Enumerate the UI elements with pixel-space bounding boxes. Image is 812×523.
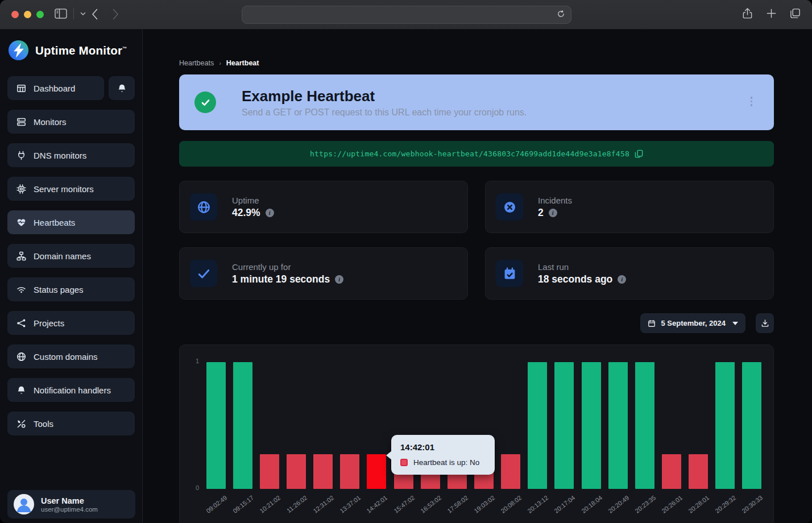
address-bar[interactable] <box>242 6 571 24</box>
heartbeat-banner: Example Heartbeat Send a GET or POST req… <box>179 74 774 130</box>
tooltip-swatch-icon <box>400 459 408 466</box>
sidebar-toggle-button[interactable] <box>55 8 86 19</box>
banner-menu-button[interactable] <box>751 97 753 106</box>
sidebar-item-domain-names[interactable]: Domain names <box>7 244 135 268</box>
sidebar-item-dns-monitors[interactable]: DNS monitors <box>7 143 135 167</box>
tooltip-time: 14:42:01 <box>400 442 486 452</box>
sidebar-item-label: Dashboard <box>34 84 75 93</box>
app-title: Uptime Monitor™ <box>35 44 127 57</box>
wifi-icon <box>16 285 26 294</box>
date-picker-button[interactable]: 5 September, 2024 <box>640 313 745 333</box>
chart-bar-13-37-01[interactable] <box>340 454 359 489</box>
notifications-bell-button[interactable] <box>109 76 135 100</box>
avatar <box>14 494 34 514</box>
page-title: Example Heartbeat <box>242 88 527 105</box>
sglobe-icon <box>190 193 217 221</box>
chart-bar-09-15-17[interactable] <box>233 362 252 489</box>
user-name: User Name <box>41 496 98 505</box>
sidebar-item-tools[interactable]: Tools <box>7 412 135 435</box>
chart-bar-20-28-01[interactable] <box>689 454 708 489</box>
sidebar-item-projects[interactable]: Projects <box>7 311 135 335</box>
chevron-down-icon <box>732 322 738 325</box>
grid-icon <box>16 84 26 93</box>
sidebar-item-heartbeats[interactable]: Heartbeats <box>7 210 135 234</box>
tab-overview-button[interactable] <box>789 7 801 22</box>
logo-icon <box>8 40 29 61</box>
chart-bar-20-18-04[interactable] <box>582 362 601 489</box>
sidebar-item-label: Tools <box>34 419 53 429</box>
sidebar-item-monitors[interactable]: Monitors <box>7 110 135 134</box>
info-icon[interactable]: i <box>335 275 343 284</box>
sidebar-item-server-monitors[interactable]: Server monitors <box>7 177 135 201</box>
chart-bar-20-29-32[interactable] <box>715 362 735 489</box>
globe-icon <box>16 352 26 362</box>
stat-value: 18 seconds ago <box>538 273 612 285</box>
stat-cards: Uptime42.9%iIncidents2iCurrently up for1… <box>179 181 774 300</box>
chip-icon <box>16 184 26 194</box>
reload-button[interactable] <box>557 10 565 20</box>
zoom-window-button[interactable] <box>36 11 44 18</box>
info-icon[interactable]: i <box>266 209 274 217</box>
close-window-button[interactable] <box>11 11 19 18</box>
sidebar-item-status-pages[interactable]: Status pages <box>7 277 135 301</box>
info-icon[interactable]: i <box>549 209 557 217</box>
sitemap-icon <box>16 251 26 261</box>
sidebar-item-label: Heartbeats <box>34 218 75 227</box>
breadcrumb-heartbeats-link[interactable]: Heartbeats <box>179 59 214 67</box>
breadcrumb-current: Heartbeat <box>226 59 259 67</box>
chart-bar-20-23-35[interactable] <box>635 362 654 489</box>
minimize-window-button[interactable] <box>24 11 31 18</box>
y-axis-tick-1: 1 <box>191 358 199 364</box>
chart-bar-10-21-02[interactable] <box>260 454 279 489</box>
chart-bar-09-02-49[interactable] <box>206 362 226 489</box>
sidebar-item-custom-domains[interactable]: Custom domains <box>7 344 135 368</box>
share-button[interactable] <box>741 7 753 22</box>
chart-bar-20-17-04[interactable] <box>554 362 574 489</box>
tooltip-label: Heartbeat is up: No <box>413 458 479 467</box>
stat-card-last-run: Last run18 seconds agoi <box>485 247 774 300</box>
sidebar-item-label: Monitors <box>34 117 67 127</box>
chart-bar-14-42-01[interactable] <box>367 454 386 489</box>
sidebar-item-label: Custom domains <box>34 352 98 362</box>
server-icon <box>16 117 26 127</box>
chart-bar-20-08-02[interactable] <box>501 454 520 489</box>
chart-bar-12-31-02[interactable] <box>313 454 333 489</box>
sidebar-item-label: DNS monitors <box>34 151 86 160</box>
stat-value: 42.9% <box>232 207 260 219</box>
chevron-down-icon <box>80 12 86 16</box>
sidebar-item-notification-handlers[interactable]: Notification handlers <box>7 378 135 402</box>
copy-url-button[interactable] <box>635 150 643 158</box>
tools-icon <box>16 419 26 429</box>
download-icon <box>761 319 769 327</box>
webhook-url-bar: https://uptime4.com/webhook-heartbeat/43… <box>179 141 774 167</box>
sidebar-item-label: Notification handlers <box>34 385 111 395</box>
chart-bar-20-26-01[interactable] <box>662 454 681 489</box>
chart-tooltip: 14:42:01 Heartbeat is up: No <box>391 435 495 475</box>
stat-card-currently-up-for: Currently up for1 minute 19 secondsi <box>179 247 468 300</box>
calendar-icon <box>648 319 656 327</box>
chart-bar-11-26-02[interactable] <box>287 454 306 489</box>
sidebar-item-label: Domain names <box>34 251 91 261</box>
user-card[interactable]: User Name user@uptime4.com <box>7 490 135 518</box>
heart-icon <box>16 218 26 227</box>
chart-bar-20-13-12[interactable] <box>528 362 547 489</box>
download-button[interactable] <box>756 313 774 333</box>
plug-icon <box>16 151 26 160</box>
forward-button[interactable] <box>112 8 119 20</box>
chart-bar-20-20-49[interactable] <box>608 362 628 489</box>
reload-icon <box>557 10 565 18</box>
plus-icon <box>765 7 777 19</box>
back-button[interactable] <box>91 8 98 20</box>
date-picker-value: 5 September, 2024 <box>661 319 726 327</box>
panel-icon <box>55 9 67 19</box>
nodes-icon <box>16 318 26 328</box>
copy-icon <box>635 150 643 158</box>
new-tab-button[interactable] <box>765 7 777 22</box>
main-content: Heartbeats › Heartbeat Example Heartbeat… <box>143 30 812 523</box>
page-subtitle: Send a GET or POST request to this URL e… <box>242 107 527 118</box>
info-icon[interactable]: i <box>618 275 626 284</box>
app-logo: Uptime Monitor™ <box>0 30 142 61</box>
sidebar-item-dashboard[interactable]: Dashboard <box>7 76 104 100</box>
chart-bar-20-30-33[interactable] <box>742 362 761 489</box>
stat-label: Incidents <box>538 196 572 205</box>
